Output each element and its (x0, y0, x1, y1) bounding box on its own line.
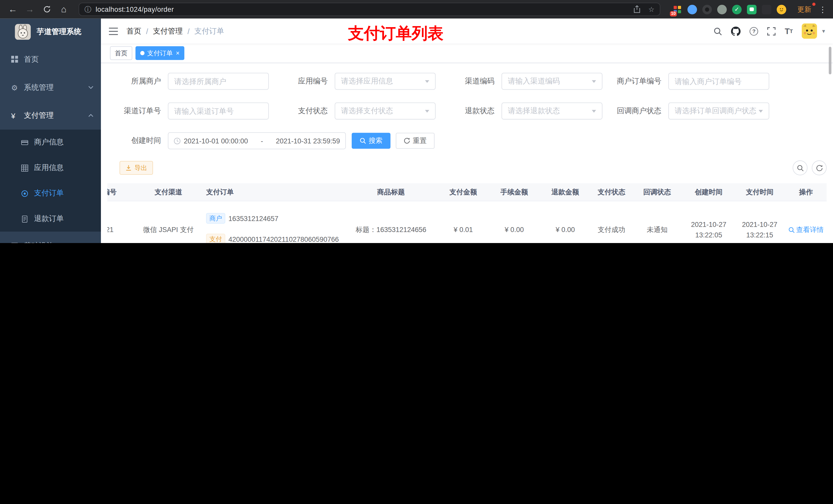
breadcrumb-home[interactable]: 首页 (126, 26, 141, 36)
share-icon[interactable] (634, 5, 641, 13)
col-header-title: 商品标题 (343, 187, 439, 197)
font-size-icon[interactable]: TT (785, 27, 793, 35)
table-grid-icon (21, 164, 34, 171)
sidebar-item-home[interactable]: 首页 (0, 45, 101, 73)
create-time-range-picker[interactable]: 2021-10-01 00:00:00 - 2021-10-31 23:59:5… (168, 132, 346, 149)
owner-merchant-label: 所属商户 (107, 77, 168, 86)
gear-icon: ⚙ (11, 83, 24, 92)
breadcrumb-separator: / (188, 27, 190, 35)
extension-gray-icon[interactable] (717, 5, 727, 14)
breadcrumb: 首页 / 支付管理 / 支付订单 (126, 26, 224, 36)
pay-status-select[interactable]: 请选择支付状态 (335, 102, 436, 119)
app-logo-row: 芋道管理系统 (0, 19, 101, 45)
cell-fee-amount: ¥ 0.00 (487, 225, 542, 234)
help-icon[interactable]: ? (750, 27, 758, 35)
owner-merchant-input[interactable] (168, 73, 269, 90)
col-header-fee-amount: 手续金额 (487, 187, 542, 197)
search-button[interactable]: 搜索 (352, 133, 390, 149)
chevron-down-icon (592, 80, 596, 82)
pay-status-label: 支付状态 (274, 106, 335, 116)
credit-card-icon (21, 139, 34, 146)
screen: ← → ⌂ ⓘ localhost:1024/pay/order ☆ 10 ✓ (0, 0, 833, 243)
browser-back-icon[interactable]: ← (5, 2, 20, 17)
merchant-order-no-label: 商户订单编号 (608, 77, 668, 86)
chevron-down-icon (425, 110, 429, 112)
sidebar-item-app-info[interactable]: 应用信息 (0, 155, 101, 181)
tab-home[interactable]: 首页 (110, 46, 132, 60)
cell-pay-order: 商户1635312124657 支付4200000117420211027806… (205, 201, 342, 243)
show-search-toggle-button[interactable] (792, 160, 807, 175)
annotation-title: 支付订单列表 (348, 23, 444, 45)
sidebar-item-refund-order[interactable]: 退款订单 (0, 206, 101, 232)
view-detail-link[interactable]: 查看详情 (788, 225, 824, 234)
export-button[interactable]: 导出 (120, 161, 153, 175)
browser-menu-icon[interactable]: ⋮ (819, 5, 827, 14)
fullscreen-icon[interactable] (767, 27, 776, 35)
col-header-create-time: 创建时间 (681, 187, 737, 197)
extension-pin-icon[interactable] (762, 5, 771, 14)
sidebar-item-system[interactable]: ⚙ 系统管理 (0, 73, 101, 101)
github-icon[interactable] (731, 26, 740, 36)
channel-code-label: 渠道编码 (441, 77, 501, 86)
sidebar-item-pay[interactable]: ¥ 支付管理 (0, 101, 101, 129)
chevron-up-icon (88, 114, 94, 118)
extension-blue-icon[interactable] (688, 5, 697, 14)
channel-order-no-label: 渠道订单号 (107, 106, 168, 116)
cell-title: 标题：1635312124656 (343, 225, 439, 234)
breadcrumb-pay[interactable]: 支付管理 (153, 26, 183, 36)
search-icon[interactable] (714, 27, 722, 35)
user-avatar[interactable] (802, 23, 817, 39)
bookmark-star-icon[interactable]: ☆ (648, 5, 654, 13)
extension-check-icon[interactable]: ✓ (732, 5, 742, 14)
tab-pay-order[interactable]: 支付订单 × (136, 46, 185, 60)
document-icon (21, 215, 34, 222)
notify-status-select[interactable]: 请选择订单回调商户状态 (668, 102, 769, 119)
profile-emoji-icon[interactable] (777, 5, 786, 14)
sidebar-label-merchant-info: 商户信息 (34, 138, 94, 147)
tags-view-bar: 首页 支付订单 × (101, 44, 833, 63)
refund-status-select[interactable]: 请选择退款状态 (502, 102, 602, 119)
notify-status-label: 回调商户状态 (608, 106, 668, 116)
browser-reload-icon[interactable] (39, 2, 54, 17)
extension-dark-icon[interactable] (703, 5, 712, 14)
refresh-table-button[interactable] (812, 160, 827, 175)
sidebar-label-system: 系统管理 (24, 83, 88, 92)
breadcrumb-separator: / (146, 27, 148, 35)
browser-home-icon[interactable]: ⌂ (56, 2, 71, 17)
close-icon[interactable]: × (176, 50, 180, 56)
sidebar-label-home: 首页 (24, 54, 94, 64)
browser-forward-icon[interactable]: → (22, 2, 37, 17)
sidebar-label-pay-order: 支付订单 (34, 189, 94, 198)
col-header-actions: 操作 (783, 187, 827, 197)
col-header-id: 编号 (107, 187, 132, 197)
sidebar-item-pay-order[interactable]: 支付订单 (0, 181, 101, 206)
channel-code-select[interactable]: 请输入渠道编码 (502, 73, 602, 90)
sidebar-label-pay: 支付管理 (24, 111, 88, 120)
extension-chat-icon[interactable] (747, 5, 756, 14)
reset-button[interactable]: 重置 (396, 133, 434, 149)
create-time-label: 创建时间 (107, 136, 168, 145)
extensions-grid-icon[interactable]: 10 (673, 5, 682, 14)
app-no-select[interactable]: 请选择应用信息 (335, 73, 436, 90)
range-separator: - (251, 137, 272, 145)
site-info-icon[interactable]: ⓘ (85, 5, 91, 14)
sidebar-label-refund-order: 退款订单 (34, 214, 94, 223)
orders-table: 编号 支付渠道 支付订单 商品标题 支付金额 手续金额 退款金额 支付状态 回调… (107, 183, 827, 243)
caret-down-icon[interactable]: ▾ (822, 28, 825, 34)
cell-channel: 微信 JSAPI 支付 (132, 225, 205, 234)
page-scrollbar[interactable] (829, 47, 831, 74)
app-no-label: 应用编号 (274, 77, 335, 86)
channel-order-no-input[interactable] (168, 102, 269, 119)
hamburger-icon[interactable] (109, 27, 118, 35)
sidebar-item-infra[interactable]: 基础设施 (0, 232, 101, 243)
url-bar[interactable]: ⓘ localhost:1024/pay/order ☆ (79, 3, 660, 16)
sidebar: 芋道管理系统 首页 ⚙ 系统管理 ¥ 支付管理 (0, 19, 101, 243)
sidebar-item-merchant-info[interactable]: 商户信息 (0, 129, 101, 155)
col-header-refund-amount: 退款金额 (541, 187, 589, 197)
cell-pay-amount: ¥ 0.01 (439, 225, 487, 234)
sidebar-label-infra: 基础设施 (24, 241, 88, 243)
merchant-order-no-input[interactable] (668, 73, 769, 90)
url-text: localhost:1024/pay/order (96, 5, 626, 13)
browser-update-button[interactable]: 更新 (794, 3, 814, 16)
table-row: 21 微信 JSAPI 支付 商户1635312124657 支付4200000… (107, 201, 827, 243)
